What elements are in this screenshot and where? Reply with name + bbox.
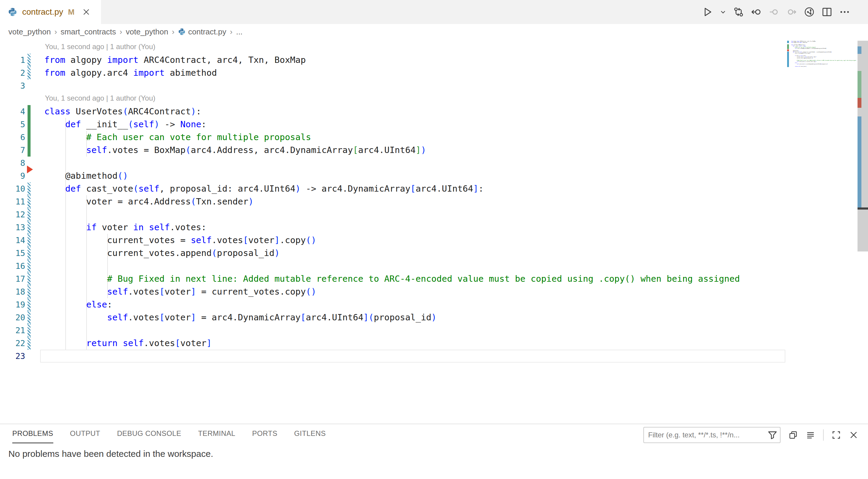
line-number[interactable]: 16 bbox=[0, 260, 25, 273]
git-gutter-modified-marker bbox=[28, 195, 31, 208]
git-gutter-modified-marker bbox=[28, 298, 31, 311]
breadcrumb-item-vote-python[interactable]: vote_python bbox=[126, 27, 168, 36]
line-number[interactable]: 6 bbox=[0, 131, 25, 144]
line-number[interactable]: 14 bbox=[0, 234, 25, 247]
code-text: self.votes = BoxMap(arc4.Address, arc4.D… bbox=[44, 144, 426, 157]
line-number[interactable]: 19 bbox=[0, 298, 25, 311]
panel-actions-divider bbox=[823, 429, 824, 441]
git-gutter-modified-marker bbox=[28, 324, 31, 337]
panel-tab-output[interactable]: OUTPUT bbox=[70, 424, 100, 443]
code-line-23[interactable]: 23 bbox=[0, 350, 787, 362]
code-line-1[interactable]: 1from algopy import ARC4Contract, arc4, … bbox=[0, 54, 787, 66]
code-line-16[interactable]: 16 bbox=[0, 260, 787, 273]
open-changes-with-previous-icon[interactable] bbox=[751, 7, 762, 18]
code-text: current_votes = self.votes[voter].copy() bbox=[44, 234, 316, 247]
commit-graph-icon[interactable] bbox=[804, 7, 815, 18]
view-as-list-icon[interactable] bbox=[806, 430, 815, 440]
code-line-12[interactable]: 12 bbox=[0, 208, 787, 221]
editor-actions bbox=[702, 0, 868, 24]
breadcrumb: vote_python›smart_contracts›vote_python›… bbox=[0, 24, 868, 39]
code-line-17[interactable]: 17 # Bug Fixed in next line: Added mutab… bbox=[0, 273, 787, 285]
code-line-7[interactable]: 7 self.votes = BoxMap(arc4.Address, arc4… bbox=[0, 144, 787, 157]
line-number[interactable]: 22 bbox=[0, 337, 25, 350]
git-gutter-modified-marker bbox=[28, 221, 31, 234]
line-number[interactable]: 4 bbox=[0, 105, 25, 118]
close-icon[interactable] bbox=[81, 7, 91, 17]
compare-changes-icon[interactable] bbox=[733, 7, 744, 18]
line-number[interactable]: 15 bbox=[0, 247, 25, 260]
breadcrumb-item-contract-py[interactable]: contract.py bbox=[178, 27, 226, 36]
line-number[interactable]: 20 bbox=[0, 311, 25, 324]
vscode-window: contract.py M vote_python›smart_contract… bbox=[0, 0, 868, 479]
code-line-22[interactable]: 22 return self.votes[voter] bbox=[0, 337, 787, 350]
tab-title: contract.py bbox=[22, 7, 63, 17]
code-editor[interactable]: You, 1 second ago | 1 author (You)1from … bbox=[0, 39, 868, 424]
line-number[interactable]: 5 bbox=[0, 118, 25, 131]
line-number[interactable]: 1 bbox=[0, 54, 25, 66]
more-actions-icon[interactable] bbox=[839, 7, 850, 18]
code-line-3[interactable]: 3 bbox=[0, 79, 787, 92]
overview-deleted-marker bbox=[858, 98, 861, 108]
code-line-8[interactable]: 8 bbox=[0, 157, 787, 169]
tab-contract-py[interactable]: contract.py M bbox=[0, 0, 101, 24]
panel-tab-terminal[interactable]: TERMINAL bbox=[198, 424, 236, 443]
code-line-19[interactable]: 19 else: bbox=[0, 298, 787, 311]
breadcrumb-item-vote-python[interactable]: vote_python bbox=[8, 27, 51, 36]
gitlens-blame-codelens[interactable]: You, 1 second ago | 1 author (You) bbox=[45, 92, 155, 104]
line-number[interactable]: 9 bbox=[0, 169, 25, 182]
code-line-14[interactable]: 14 current_votes = self.votes[voter].cop… bbox=[0, 234, 787, 247]
panel-tab-problems[interactable]: PROBLEMS bbox=[12, 424, 53, 443]
code-line-2[interactable]: 2from algopy.arc4 import abimethod bbox=[0, 66, 787, 79]
git-gutter-added-marker bbox=[28, 105, 31, 118]
git-gutter-added-marker bbox=[28, 144, 31, 157]
split-editor-icon[interactable] bbox=[822, 7, 832, 18]
code-line-9[interactable]: 9 @abimethod() bbox=[0, 169, 787, 182]
line-number[interactable]: 8 bbox=[0, 157, 25, 169]
line-number[interactable]: 18 bbox=[0, 285, 25, 298]
line-number[interactable]: 21 bbox=[0, 324, 25, 337]
line-number[interactable]: 12 bbox=[0, 208, 25, 221]
maximize-panel-icon[interactable] bbox=[832, 430, 841, 440]
next-change-icon bbox=[786, 7, 797, 18]
panel-tab-gitlens[interactable]: GITLENS bbox=[294, 424, 326, 443]
run-dropdown-icon[interactable] bbox=[720, 9, 726, 15]
close-panel-icon[interactable] bbox=[849, 430, 859, 440]
code-text: def cast_vote(self, proposal_id: arc4.UI… bbox=[44, 182, 484, 195]
code-line-6[interactable]: 6 # Each user can vote for multiple prop… bbox=[0, 131, 787, 144]
code-line-15[interactable]: 15 current_votes.append(proposal_id) bbox=[0, 247, 787, 260]
editor-scrollbar[interactable] bbox=[858, 0, 868, 424]
breadcrumb-item--[interactable]: ... bbox=[236, 27, 243, 36]
line-number[interactable]: 3 bbox=[0, 79, 25, 92]
code-text: # Bug Fixed in next line: Added mutable … bbox=[44, 273, 740, 285]
filter-input[interactable] bbox=[643, 427, 780, 443]
code-line-18[interactable]: 18 self.votes[voter] = current_votes.cop… bbox=[0, 285, 787, 298]
show-multiple-views-icon[interactable] bbox=[788, 430, 798, 440]
line-number[interactable]: 13 bbox=[0, 221, 25, 234]
breadcrumb-item-smart-contracts[interactable]: smart_contracts bbox=[61, 27, 116, 36]
gitlens-blame-codelens[interactable]: You, 1 second ago | 1 author (You) bbox=[45, 41, 155, 53]
line-number[interactable]: 2 bbox=[0, 66, 25, 79]
codelens-row[interactable]: You, 1 second ago | 1 author (You) bbox=[0, 92, 787, 105]
python-file-icon bbox=[8, 7, 18, 17]
minimap[interactable]: from algopy import ARC4Contract, arc4, T… bbox=[787, 41, 858, 74]
line-number[interactable]: 7 bbox=[0, 144, 25, 157]
code-line-10[interactable]: 10 def cast_vote(self, proposal_id: arc4… bbox=[0, 182, 787, 195]
codelens-row[interactable]: You, 1 second ago | 1 author (You) bbox=[0, 41, 787, 54]
code-line-4[interactable]: 4class UserVotes(ARC4Contract): bbox=[0, 105, 787, 118]
panel-tab-ports[interactable]: PORTS bbox=[252, 424, 277, 443]
line-number[interactable]: 10 bbox=[0, 182, 25, 195]
code-line-13[interactable]: 13 if voter in self.votes: bbox=[0, 221, 787, 234]
code-text: def __init__(self) -> None: bbox=[44, 118, 206, 131]
bottom-panel: PROBLEMSOUTPUTDEBUG CONSOLETERMINALPORTS… bbox=[0, 424, 868, 479]
line-number[interactable]: 17 bbox=[0, 273, 25, 285]
code-line-21[interactable]: 21 bbox=[0, 324, 787, 337]
git-gutter-added-marker bbox=[28, 118, 31, 131]
code-line-11[interactable]: 11 voter = arc4.Address(Txn.sender) bbox=[0, 195, 787, 208]
code-line-5[interactable]: 5 def __init__(self) -> None: bbox=[0, 118, 787, 131]
line-number[interactable]: 11 bbox=[0, 195, 25, 208]
git-gutter-modified-marker bbox=[28, 247, 31, 260]
run-python-file-icon[interactable] bbox=[702, 7, 713, 18]
code-line-20[interactable]: 20 self.votes[voter] = arc4.DynamicArray… bbox=[0, 311, 787, 324]
line-number[interactable]: 23 bbox=[0, 350, 25, 362]
panel-tab-debug-console[interactable]: DEBUG CONSOLE bbox=[117, 424, 182, 443]
